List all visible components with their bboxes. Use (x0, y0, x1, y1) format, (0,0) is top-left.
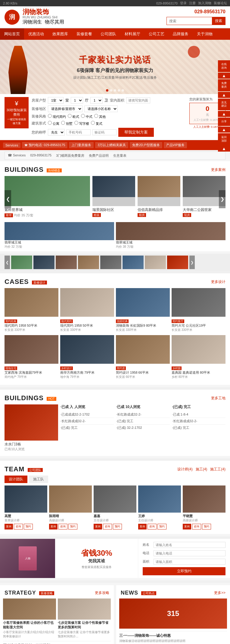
thumb-5[interactable] (123, 256, 144, 269)
team-consult-btn-2[interactable]: 咨询 (103, 524, 112, 529)
thumb-1[interactable] (33, 256, 54, 269)
nav-home[interactable]: 网站首页 (0, 28, 24, 40)
team-consult-btn-3[interactable]: 咨询 (148, 524, 157, 529)
service-vip[interactable]: 产品VIP服务 (164, 142, 187, 148)
case-img-3[interactable] (172, 288, 225, 317)
hero-dot-2[interactable] (110, 89, 112, 92)
team-case-btn-4[interactable]: 案例 (183, 524, 191, 529)
budget-city-select[interactable]: 请选择省/直辖市 (48, 105, 82, 112)
team-design-link[interactable]: 设计师(4) (177, 467, 193, 472)
budget-struct-duplex[interactable] (91, 121, 95, 125)
team-worker2-link[interactable]: 施工工(4) (210, 467, 225, 472)
save-name-input[interactable] (154, 542, 225, 548)
case-img-0[interactable] (5, 288, 58, 317)
buildings2-more-link[interactable]: 更多工地 (211, 396, 225, 401)
team-appoint-btn-1[interactable]: 预约 (68, 524, 77, 529)
nav-craft[interactable]: 公司工艺 (145, 28, 169, 40)
budget-struct-office[interactable] (74, 121, 78, 125)
top-login-link[interactable]: 登录 (180, 1, 187, 5)
hero-dot-5[interactable] (122, 89, 124, 92)
team-tab-construction[interactable]: 施工队 (29, 476, 48, 483)
budget-calculate-btn[interactable]: 帮我定制方案 (118, 128, 154, 137)
news-more-link[interactable]: 更多>> (214, 590, 225, 595)
team-appoint-btn-3[interactable]: 预约 (157, 524, 166, 529)
case-img-1[interactable] (60, 288, 114, 317)
budget-bath-select[interactable]: 12 (90, 97, 103, 104)
service-gift[interactable]: 3万以上赠精美家具 (95, 142, 128, 148)
save-area-input[interactable] (154, 559, 225, 565)
sidebar-arrow-up2[interactable]: ▲ (218, 92, 230, 98)
cases-more-link[interactable]: 更多设计 (211, 279, 225, 284)
budget-district-select[interactable]: 请选择小区名称 (84, 105, 118, 112)
sidebar-btn-measure[interactable]: 免费量房 (218, 79, 230, 91)
budget-style-other[interactable] (94, 114, 98, 118)
sidebar-btn-share[interactable]: 分享 (218, 118, 230, 126)
budget-name-input[interactable] (67, 129, 91, 135)
thumb-next[interactable]: ❯ (189, 256, 195, 269)
hero-dot-4[interactable] (118, 89, 120, 92)
sidebar-arrow-up3[interactable]: ▲ (218, 111, 230, 117)
service-measure[interactable]: 上门量房服务 (69, 142, 94, 148)
nav-promo[interactable]: 优惠活动 (24, 28, 48, 40)
search-input[interactable] (167, 17, 212, 25)
nav-package[interactable]: 装修套餐 (72, 28, 96, 40)
buildings-carousel-prev[interactable]: ❮ (5, 190, 11, 208)
team-case-btn-3[interactable]: 案例 (138, 524, 147, 529)
thumb-4[interactable] (100, 256, 121, 269)
budget-area-input[interactable] (126, 97, 150, 103)
nav-gallery[interactable]: 效果图库 (48, 28, 72, 40)
nav-about[interactable]: 关于润物 (193, 28, 217, 40)
budget-hall-select[interactable]: 12 (71, 97, 83, 104)
team-appoint-btn-2[interactable]: 预约 (113, 524, 122, 529)
thumb-6[interactable] (145, 256, 166, 269)
case-img-7[interactable] (172, 335, 225, 364)
thumb-3[interactable] (78, 256, 99, 269)
top-forum-link[interactable]: 装修论坛 (214, 1, 227, 5)
buildings-carousel-next[interactable]: ❯ (219, 190, 225, 208)
budget-title-select[interactable]: 先生女士 (48, 129, 65, 136)
hero-dot-1[interactable] (106, 89, 108, 92)
case-img-2[interactable] (116, 288, 170, 317)
top-register-link[interactable]: 注册 (189, 1, 196, 5)
team-consult-btn-4[interactable]: 咨询 (192, 524, 201, 529)
thumb-0[interactable] (11, 256, 32, 269)
budget-struct-apartment[interactable] (48, 121, 52, 125)
sidebar-arrow-up1[interactable]: ▲ (218, 73, 230, 79)
top-join-link[interactable]: 加入润物 (198, 1, 211, 5)
budget-struct-villa[interactable] (61, 121, 65, 125)
team-consult-btn-0[interactable]: 咨询 (14, 524, 23, 529)
budget-phone-input[interactable] (92, 129, 117, 135)
nav-brand[interactable]: 品牌服务 (169, 28, 193, 40)
save-phone-input[interactable] (154, 550, 225, 556)
nav-materials[interactable]: 材料展厅 (120, 28, 145, 40)
case-img-4[interactable] (5, 335, 58, 364)
team-worker-link[interactable]: 施工(4) (196, 467, 207, 472)
team-appoint-btn-4[interactable]: 预约 (202, 524, 211, 529)
budget-style-chinese[interactable] (81, 114, 85, 118)
thumb-2[interactable] (56, 256, 77, 269)
save-submit-btn[interactable]: 立即预约 (143, 567, 225, 575)
search-button[interactable]: 搜索 (212, 17, 225, 25)
service-2d[interactable]: 免费2D户型图服务 (130, 142, 162, 148)
strategy-more-link[interactable]: 更多攻略 (95, 590, 109, 595)
thumb-7[interactable] (167, 256, 188, 269)
sidebar-btn-top[interactable]: 返回顶部 (218, 133, 230, 145)
team-consult-btn-1[interactable]: 咨询 (58, 524, 67, 529)
hero-dot-3[interactable] (114, 89, 116, 92)
sidebar-arrow-up4[interactable]: ▲ (218, 127, 230, 133)
nav-team[interactable]: 公司团队 (96, 28, 120, 40)
case-img-5[interactable] (60, 335, 114, 364)
team-appoint-btn-0[interactable]: 预约 (24, 524, 33, 529)
team-tab-design[interactable]: 设计团队 (5, 476, 27, 483)
budget-style-european[interactable] (68, 114, 72, 118)
case-img-6[interactable] (116, 335, 170, 364)
thumb-prev[interactable]: ❮ (5, 256, 10, 269)
budget-style-modern[interactable] (48, 114, 52, 118)
service-phone[interactable]: ☎ 预约电话: 029-89563175 (22, 142, 67, 148)
buildings-more-link[interactable]: 更多案例 (211, 167, 225, 172)
sidebar-btn-consult[interactable]: 在线咨询 (218, 60, 230, 72)
team-case-btn-0[interactable]: 案例 (5, 524, 13, 529)
team-case-btn-1[interactable]: 案例 (49, 524, 58, 529)
sidebar-btn-feedback[interactable]: 意见建议 (218, 99, 230, 110)
team-case-btn-2[interactable]: 案例 (94, 524, 102, 529)
